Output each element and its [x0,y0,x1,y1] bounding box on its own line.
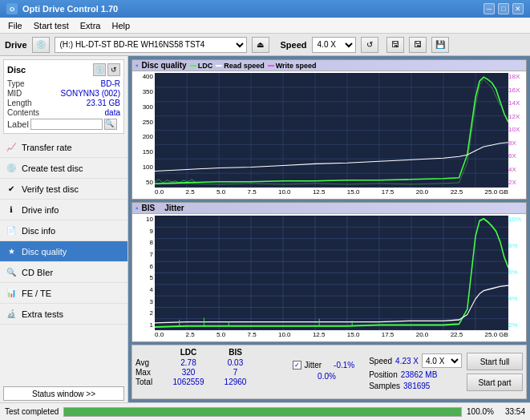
speed-select[interactable]: 4.0 X [312,37,356,53]
top-chart-y-right: 18X 16X 14X 12X 10X 8X 6X 4X 2X [508,71,526,197]
start-full-button[interactable]: Start full [467,353,523,370]
start-part-button[interactable]: Start part [467,374,523,391]
top-chart-y-left: 400 350 300 250 200 150 100 50 [132,71,155,197]
sidebar-item-verify-test-disc[interactable]: ✔ Verify test disc [0,179,127,200]
speed-row: Speed 4.23 X 4.0 X [369,353,462,368]
disc-label-btn[interactable]: 🔍 [104,119,117,130]
progress-bar-fill [64,408,461,416]
top-chart-title: ▪ Disc quality LDC Read speed Write spee… [132,60,526,71]
disc-label-row: Label 🔍 [7,119,120,130]
legend-ldc: LDC [190,62,213,70]
sidebar-item-cd-bier[interactable]: 🔍 CD BIer [0,262,127,283]
legend-write: Write speed [268,62,317,70]
minimize-button[interactable]: ─ [483,3,495,14]
drive-bar: Drive 💿 (H:) HL-DT-ST BD-RE WH16NS58 TST… [0,34,530,56]
fe-te-icon: 📊 [5,287,18,300]
sidebar: Disc 💿 ↺ Type BD-R MID SONYNN3 (002) Len… [0,56,128,402]
stats-header: LDC BIS [136,348,288,357]
app-title: Opti Drive Control 1.70 [22,4,118,14]
speed-position-section: Speed 4.23 X 4.0 X Position 23862 MB Sam… [369,348,462,396]
position-row: Position 23862 MB [369,370,462,379]
disc-info-icon: 📄 [5,224,18,237]
sidebar-item-disc-info[interactable]: 📄 Disc info [0,220,127,241]
disc-panel: Disc 💿 ↺ Type BD-R MID SONYNN3 (002) Len… [3,59,124,134]
drive-info-icon: ℹ [5,204,18,216]
jitter-max-row: 0.0% [293,372,364,381]
stats-row-total: Total 1062559 12960 [136,378,288,386]
status-bar: Test completed 100.0% 33:54 [0,402,530,420]
disc-section-label: Disc [7,65,26,75]
maximize-button[interactable]: □ [498,3,509,14]
stats-speed-select[interactable]: 4.0 X [422,353,462,368]
bottom-chart: ▪ BIS Jitter 10 9 8 7 6 5 4 3 2 1 [131,202,527,342]
eject-button[interactable]: ⏏ [252,37,269,53]
disc-icon-btn[interactable]: 💿 [93,63,106,76]
menu-start-test[interactable]: Start test [29,20,74,31]
speed-label: Speed [281,40,307,50]
legend-read: Read speed [216,62,265,70]
transfer-rate-icon: 📈 [5,141,18,154]
disc-quality-icon: ★ [5,245,18,258]
extra-tests-icon: 🔬 [5,308,18,321]
sidebar-item-drive-info[interactable]: ℹ Drive info [0,200,127,220]
jitter-section: ✓ Jitter -0.1% 0.0% [293,348,364,396]
top-chart: ▪ Disc quality LDC Read speed Write spee… [131,59,527,200]
bottom-chart-svg [155,216,508,330]
speed-refresh-btn[interactable]: ↺ [361,37,378,53]
sidebar-item-extra-tests[interactable]: 🔬 Extra tests [0,304,127,325]
jitter-checkbox[interactable]: ✓ [293,361,301,370]
disc-label-input[interactable] [30,119,103,130]
sidebar-item-fe-te[interactable]: 📊 FE / TE [0,283,127,304]
menu-extra[interactable]: Extra [75,20,106,31]
drive-label: Drive [5,40,27,50]
window-controls: ─ □ ✕ [483,3,524,14]
stats-row-avg: Avg 2.78 0.03 [136,358,288,367]
stats-table: LDC BIS Avg 2.78 0.03 Max 320 7 Total 10… [136,348,288,396]
menu-file[interactable]: File [3,20,27,31]
status-window-button[interactable]: Status window >> [3,386,124,401]
nav-items: 📈 Transfer rate 💿 Create test disc ✔ Ver… [0,137,127,385]
create-test-disc-icon: 💿 [5,162,18,175]
bottom-chart-area [155,216,508,330]
content-area: ▪ Disc quality LDC Read speed Write spee… [128,56,530,402]
top-chart-svg [155,73,508,188]
main-layout: Disc 💿 ↺ Type BD-R MID SONYNN3 (002) Len… [0,56,530,402]
drive-icon-btn[interactable]: 💿 [32,37,50,53]
bottom-chart-y-left: 10 9 8 7 6 5 4 3 2 1 [132,214,155,340]
disc-length-row: Length 23.31 GB [7,99,120,107]
disc-refresh-btn[interactable]: ↺ [107,63,120,76]
menu-bar: File Start test Extra Help [0,18,530,34]
app-icon: O [6,3,18,14]
bottom-chart-y-right: 10% 8% 6% 4% 2% [508,214,526,340]
menu-help[interactable]: Help [107,20,135,31]
verify-test-disc-icon: ✔ [5,183,18,196]
action-buttons: Start full Start part [467,348,523,396]
progress-bar-container [63,407,462,417]
stats-row-max: Max 320 7 [136,368,288,377]
samples-row: Samples 381695 [369,382,462,390]
cd-bier-icon: 🔍 [5,266,18,279]
bottom-chart-x-labels: 0.0 2.5 5.0 7.5 10.0 12.5 15.0 17.5 20.0… [132,331,526,338]
drive-btn-2[interactable]: 🖫 [409,37,427,53]
sidebar-item-disc-quality[interactable]: ★ Disc quality [0,241,127,262]
status-text: Test completed [5,407,59,416]
top-chart-x-labels: 0.0 2.5 5.0 7.5 10.0 12.5 15.0 17.5 20.0… [132,188,526,196]
stats-section: LDC BIS Avg 2.78 0.03 Max 320 7 Total 10… [131,345,527,399]
bottom-chart-title: ▪ BIS Jitter [132,203,526,214]
drive-btn-3[interactable]: 💾 [431,37,449,53]
sidebar-item-create-test-disc[interactable]: 💿 Create test disc [0,158,127,179]
drive-btn-1[interactable]: 🖫 [386,37,404,53]
disc-type-row: Type BD-R [7,79,120,88]
top-chart-area [155,73,508,188]
progress-percent: 100.0% [467,407,494,416]
status-time: 33:54 [505,407,525,416]
title-bar: O Opti Drive Control 1.70 ─ □ ✕ [0,0,530,18]
disc-contents-row: Contents data [7,108,120,117]
close-button[interactable]: ✕ [512,3,524,14]
disc-mid-row: MID SONYNN3 (002) [7,89,120,98]
drive-select[interactable]: (H:) HL-DT-ST BD-RE WH16NS58 TST4 [55,37,247,53]
sidebar-item-transfer-rate[interactable]: 📈 Transfer rate [0,137,127,158]
jitter-header: ✓ Jitter -0.1% [293,361,364,370]
